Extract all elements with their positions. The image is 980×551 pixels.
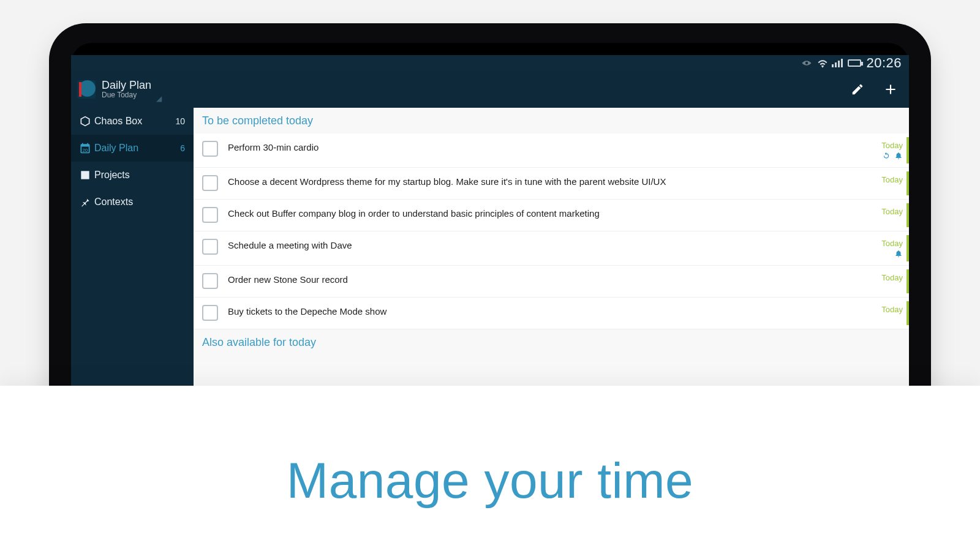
task-checkbox[interactable] xyxy=(202,141,218,157)
task-row[interactable]: Perform 30-min cardioToday xyxy=(194,133,909,168)
cell-signal-icon xyxy=(832,59,843,67)
task-due-label: Today xyxy=(881,305,903,314)
task-checkbox[interactable] xyxy=(202,207,218,223)
battery-icon xyxy=(848,59,861,67)
folder-icon xyxy=(76,169,94,181)
priority-stripe xyxy=(907,203,909,227)
bell-icon xyxy=(894,151,903,160)
edit-button[interactable] xyxy=(849,81,866,98)
task-text: Check out Buffer company blog in order t… xyxy=(228,207,860,220)
task-due-label: Today xyxy=(881,207,903,216)
task-meta: Today xyxy=(860,239,903,258)
task-text: Order new Stone Sour record xyxy=(228,273,860,287)
pin-icon xyxy=(76,196,94,208)
wifi-icon xyxy=(817,59,827,67)
task-row[interactable]: Check out Buffer company blog in order t… xyxy=(194,200,909,231)
promo-caption-bar: Manage your time xyxy=(0,386,980,551)
task-checkbox[interactable] xyxy=(202,175,218,191)
repeat-icon xyxy=(882,151,891,160)
task-row[interactable]: Order new Stone Sour recordToday xyxy=(194,266,909,298)
sidebar-item-label: Daily Plan xyxy=(94,143,138,154)
task-meta: Today xyxy=(860,141,903,160)
task-checkbox[interactable] xyxy=(202,239,218,255)
priority-stripe xyxy=(907,137,909,163)
task-due-label: Today xyxy=(881,273,903,282)
screen-subtitle: Due Today xyxy=(102,91,151,99)
app-header: Daily Plan Due Today ◢ xyxy=(71,71,909,108)
task-meta: Today xyxy=(860,305,903,314)
sidebar-item-chaos-box[interactable]: Chaos Box 10 xyxy=(71,108,194,135)
section-title-today: To be completed today xyxy=(194,108,909,133)
sidebar-item-count: 10 xyxy=(175,116,185,126)
section-title-also-today: Also available for today xyxy=(194,329,909,355)
sidebar-item-label: Contexts xyxy=(94,197,133,208)
task-text: Choose a decent Wordpress theme for my s… xyxy=(228,175,860,189)
priority-stripe xyxy=(907,235,909,261)
box-icon xyxy=(76,115,94,127)
task-row[interactable]: Schedule a meeting with DaveToday xyxy=(194,231,909,266)
promo-caption: Manage your time xyxy=(287,427,693,509)
task-meta: Today xyxy=(860,207,903,216)
status-clock: 20:26 xyxy=(866,55,902,71)
priority-stripe xyxy=(907,171,909,195)
task-due-label: Today xyxy=(881,141,903,150)
task-meta: Today xyxy=(860,175,903,184)
sidebar-item-projects[interactable]: Projects xyxy=(71,162,194,189)
calendar-icon: 20 xyxy=(76,142,94,154)
priority-stripe xyxy=(907,269,909,293)
task-due-label: Today xyxy=(881,239,903,248)
sidebar-item-daily-plan[interactable]: 20 Daily Plan 6 xyxy=(71,135,194,162)
smart-stay-icon xyxy=(801,59,812,67)
priority-stripe xyxy=(907,301,909,325)
screen-title: Daily Plan xyxy=(102,80,151,92)
android-status-bar: 20:26 xyxy=(71,55,909,71)
dropdown-indicator-icon[interactable]: ◢ xyxy=(156,94,162,103)
task-list: Perform 30-min cardioTodayChoose a decen… xyxy=(194,133,909,329)
task-checkbox[interactable] xyxy=(202,273,218,289)
task-row[interactable]: Choose a decent Wordpress theme for my s… xyxy=(194,168,909,200)
task-meta: Today xyxy=(860,273,903,282)
sidebar-item-contexts[interactable]: Contexts xyxy=(71,189,194,216)
task-checkbox[interactable] xyxy=(202,305,218,321)
task-row[interactable]: Buy tickets to the Depeche Mode showToda… xyxy=(194,298,909,329)
svg-text:20: 20 xyxy=(83,148,88,153)
task-text: Schedule a meeting with Dave xyxy=(228,239,860,252)
bell-icon xyxy=(894,249,903,258)
task-due-label: Today xyxy=(881,175,903,184)
task-text: Perform 30-min cardio xyxy=(228,141,860,154)
sidebar-item-label: Projects xyxy=(94,170,130,181)
app-logo-icon[interactable] xyxy=(77,80,96,99)
add-button[interactable] xyxy=(882,81,899,98)
sidebar-item-count: 6 xyxy=(180,143,185,153)
task-text: Buy tickets to the Depeche Mode show xyxy=(228,305,860,318)
sidebar-item-label: Chaos Box xyxy=(94,116,142,127)
